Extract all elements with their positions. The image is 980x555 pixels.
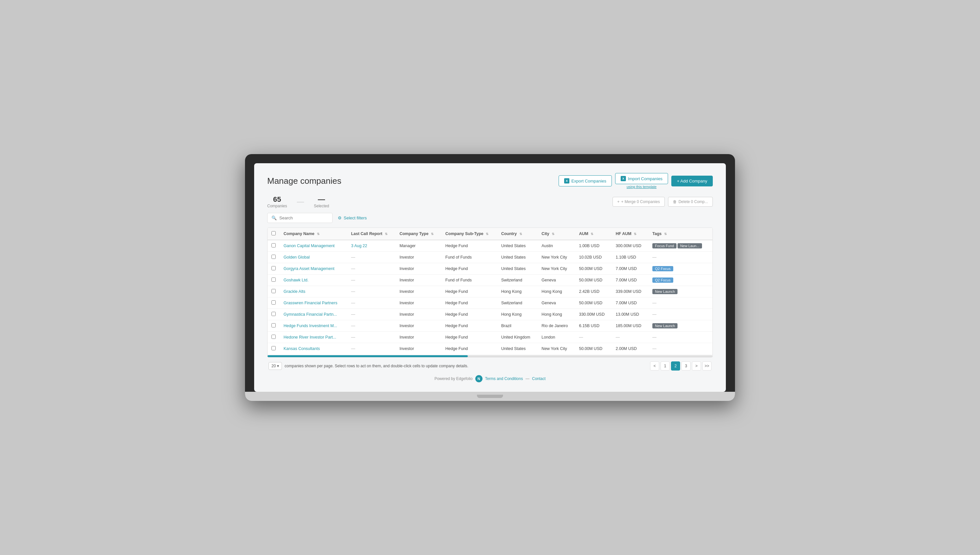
company-name-link[interactable]: Kansas Consultants: [284, 346, 320, 351]
aum-cell: 50.00M USD: [575, 274, 612, 286]
horizontal-scrollbar[interactable]: [268, 355, 712, 357]
company-name-link[interactable]: Grackle Alts: [284, 289, 305, 294]
row-checkbox[interactable]: [272, 278, 276, 282]
col-company-name[interactable]: Company Name ⇅: [280, 228, 347, 240]
aum-cell: 1.00B USD: [575, 240, 612, 252]
company-name-link[interactable]: Ganon Capital Management: [284, 244, 334, 248]
no-call-report: —: [351, 301, 355, 305]
company-name-link[interactable]: Hedone River Investor Part...: [284, 335, 336, 340]
company-type-cell: Manager: [395, 240, 441, 252]
last-call-report-cell: —: [347, 343, 395, 354]
city-cell: Austin: [538, 240, 575, 252]
company-name-cell: Golden Global: [280, 252, 347, 263]
company-name-link[interactable]: Gorgyra Asset Management: [284, 266, 334, 271]
table-row: Goshawk Ltd.—InvestorFund of FundsSwitze…: [268, 274, 712, 286]
page-2-btn[interactable]: 2: [671, 361, 680, 371]
table-row: Grackle Alts—InvestorHedge FundHong Kong…: [268, 286, 712, 297]
select-all-checkbox[interactable]: [272, 231, 276, 236]
table-footer: 20 ▾ companies shown per page. Select ro…: [267, 361, 713, 371]
select-filters-button[interactable]: ⚙ Select filters: [338, 215, 367, 220]
row-checkbox-cell: [268, 297, 280, 309]
city-cell: Hong Kong: [538, 286, 575, 297]
row-checkbox-cell: [268, 343, 280, 354]
row-checkbox[interactable]: [272, 323, 276, 327]
row-checkbox[interactable]: [272, 266, 276, 270]
page-1-btn[interactable]: 1: [660, 361, 670, 371]
city-cell: Geneva: [538, 297, 575, 309]
call-report-link[interactable]: 3 Aug 22: [351, 244, 367, 248]
row-checkbox[interactable]: [272, 346, 276, 350]
company-name-link[interactable]: Gymnastica Financial Partn...: [284, 312, 337, 317]
select-all-header[interactable]: [268, 228, 280, 240]
per-page-select[interactable]: 20 ▾: [268, 362, 282, 370]
city-cell: Hong Kong: [538, 309, 575, 320]
company-name-link[interactable]: Grasswren Financial Partners: [284, 301, 337, 305]
country-cell: Brazil: [497, 320, 538, 332]
search-input[interactable]: [279, 215, 328, 220]
table-header-row: Company Name ⇅ Last Call Report ⇅ Compan…: [268, 228, 712, 240]
row-checkbox[interactable]: [272, 255, 276, 259]
tags-cell: —: [648, 309, 712, 320]
page-next-btn[interactable]: >: [692, 361, 701, 371]
company-sub-type-cell: Hedge Fund: [441, 263, 497, 274]
terms-link[interactable]: Terms and Conditions: [485, 377, 523, 381]
merge-companies-button[interactable]: + + Merge 0 Companies: [612, 197, 665, 207]
last-call-report-cell: —: [347, 263, 395, 274]
col-company-type[interactable]: Company Type ⇅: [395, 228, 441, 240]
scrollbar-thumb[interactable]: [268, 355, 468, 357]
per-page-section: 20 ▾ companies shown per page. Select ro…: [268, 362, 468, 370]
col-country[interactable]: Country ⇅: [497, 228, 538, 240]
table-row: Hedone River Investor Part...—InvestorHe…: [268, 332, 712, 343]
company-name-cell: Hedone River Investor Part...: [280, 332, 347, 343]
city-cell: London: [538, 332, 575, 343]
export-button[interactable]: X Export Companies: [559, 175, 612, 186]
company-name-link[interactable]: Goshawk Ltd.: [284, 278, 308, 282]
add-company-button[interactable]: + Add Company: [671, 176, 713, 186]
aum-cell: 10.02B USD: [575, 252, 612, 263]
tag-empty: —: [652, 346, 657, 351]
tag: New Launch: [652, 289, 678, 294]
last-call-report-cell: —: [347, 320, 395, 332]
search-box[interactable]: 🔍: [267, 213, 333, 223]
row-checkbox[interactable]: [272, 335, 276, 339]
col-tags[interactable]: Tags ⇅: [648, 228, 712, 240]
company-name-cell: Ganon Capital Management: [280, 240, 347, 252]
row-checkbox-cell: [268, 286, 280, 297]
import-button[interactable]: X Import Companies: [615, 173, 668, 184]
tag: Q2 Focus: [652, 266, 673, 271]
delete-companies-button[interactable]: 🗑 Delete 0 Comp...: [668, 197, 713, 207]
page-3-btn[interactable]: 3: [681, 361, 691, 371]
contact-link[interactable]: Contact: [532, 377, 546, 381]
tags-cell: —: [648, 252, 712, 263]
col-aum[interactable]: AUM ⇅: [575, 228, 612, 240]
page-prev-btn[interactable]: <: [650, 361, 659, 371]
import-template-link[interactable]: using this template: [627, 185, 657, 189]
col-company-sub-type[interactable]: Company Sub-Type ⇅: [441, 228, 497, 240]
hf-aum-cell: 7.00M USD: [612, 263, 648, 274]
aum-cell: 330.00M USD: [575, 309, 612, 320]
tags-cell: New Launch: [648, 286, 712, 297]
col-hf-aum[interactable]: HF AUM ⇅: [612, 228, 648, 240]
hf-aum-dash: —: [616, 335, 620, 340]
company-type-cell: Investor: [395, 309, 441, 320]
page-last-btn[interactable]: >>: [702, 361, 712, 371]
aum-cell: 6.15B USD: [575, 320, 612, 332]
row-checkbox[interactable]: [272, 243, 276, 247]
tag-empty: —: [652, 255, 657, 260]
excel-import-icon: X: [621, 176, 626, 181]
row-checkbox[interactable]: [272, 312, 276, 316]
company-name-link[interactable]: Hedge Funds Investment M...: [284, 324, 337, 328]
row-checkbox[interactable]: [272, 300, 276, 305]
page-header: Manage companies X Export Companies X Im…: [267, 173, 713, 189]
col-last-call-report[interactable]: Last Call Report ⇅: [347, 228, 395, 240]
col-city[interactable]: City ⇅: [538, 228, 575, 240]
companies-count: 65: [267, 195, 287, 204]
row-checkbox[interactable]: [272, 289, 276, 293]
country-cell: Switzerland: [497, 274, 538, 286]
companies-label: Companies: [267, 204, 287, 208]
company-name-link[interactable]: Golden Global: [284, 255, 310, 260]
country-cell: United States: [497, 263, 538, 274]
table-row: Gymnastica Financial Partn...—InvestorHe…: [268, 309, 712, 320]
table-row: Gorgyra Asset Management—InvestorHedge F…: [268, 263, 712, 274]
row-checkbox-cell: [268, 309, 280, 320]
